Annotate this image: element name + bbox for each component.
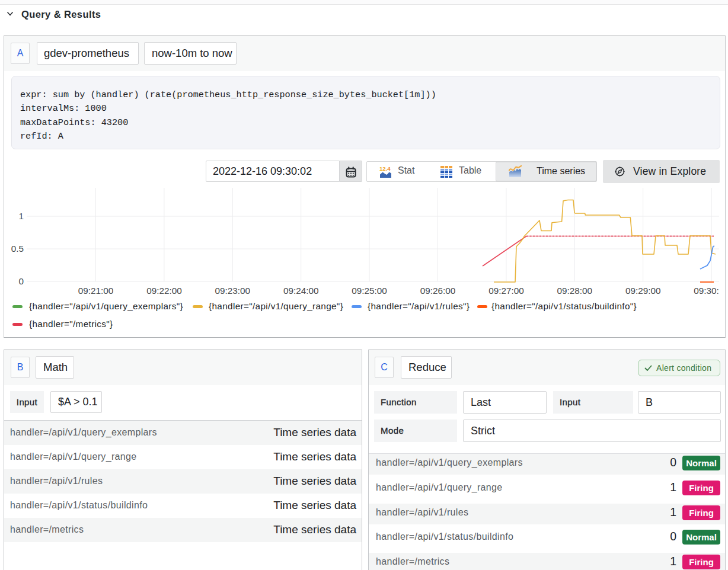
svg-text:1: 1: [18, 211, 24, 221]
svg-text:09:29:00: 09:29:00: [625, 286, 661, 296]
svg-text:09:28:00: 09:28:00: [557, 286, 593, 296]
svg-text:09:27:00: 09:27:00: [488, 286, 524, 296]
svg-text:12.4: 12.4: [379, 165, 391, 172]
svg-text:09:23:00: 09:23:00: [215, 286, 251, 296]
svg-text:09:24:00: 09:24:00: [283, 286, 319, 296]
svg-text:0.5: 0.5: [11, 244, 24, 254]
svg-text:0: 0: [18, 276, 24, 286]
svg-text:09:21:00: 09:21:00: [78, 286, 114, 296]
svg-text:09:30:00: 09:30:00: [694, 286, 719, 296]
svg-text:09:26:00: 09:26:00: [420, 286, 456, 296]
svg-text:09:25:00: 09:25:00: [352, 286, 387, 296]
svg-text:09:22:00: 09:22:00: [146, 286, 182, 296]
